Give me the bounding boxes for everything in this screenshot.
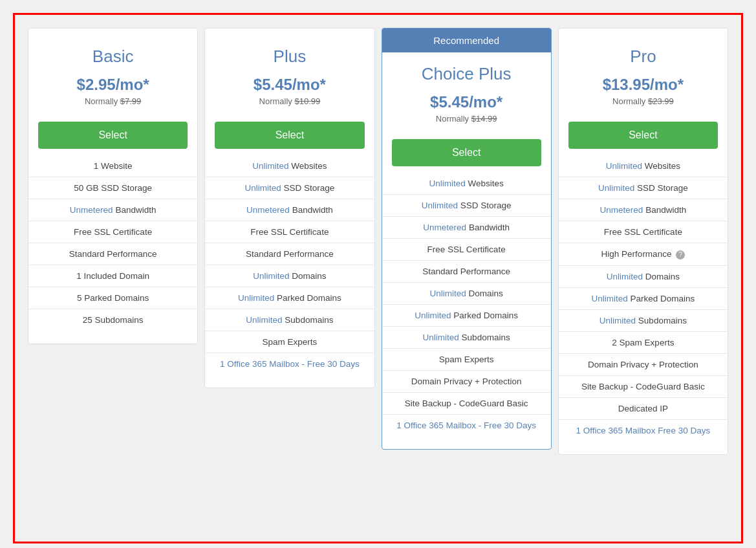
feature-item: Site Backup - CodeGuard Basic <box>559 376 728 398</box>
pricing-page: Basic $2.95/mo* Normally $7.99 Select1 W… <box>13 13 743 543</box>
plan-name-basic: Basic <box>38 47 188 67</box>
feature-item: Unlimited Domains <box>559 266 728 288</box>
recommended-badge: Recommended <box>382 28 551 52</box>
feature-item: Unlimited SSD Storage <box>382 195 551 217</box>
feature-item: Unlimited SSD Storage <box>559 177 728 199</box>
plan-price-choice-plus: $5.45/mo* <box>392 93 541 111</box>
feature-item: 1 Included Domain <box>28 265 197 287</box>
select-button-plus[interactable]: Select <box>215 122 364 149</box>
feature-item: 5 Parked Domains <box>28 287 197 309</box>
plan-price-basic: $2.95/mo* <box>38 76 188 94</box>
plan-header-basic: Basic $2.95/mo* Normally $7.99 <box>28 28 197 122</box>
feature-item: 1 Office 365 Mailbox Free 30 Days <box>559 420 728 441</box>
plan-card-choice-plus: Recommended Choice Plus $5.45/mo* Normal… <box>382 28 552 450</box>
plans-container: Basic $2.95/mo* Normally $7.99 Select1 W… <box>28 28 728 455</box>
feature-item: Site Backup - CodeGuard Basic <box>382 393 551 415</box>
feature-item: 1 Office 365 Mailbox - Free 30 Days <box>382 415 551 436</box>
feature-item: 2 Spam Experts <box>559 332 728 354</box>
feature-item: Unlimited Websites <box>205 155 374 177</box>
plan-header-choice-plus: Choice Plus $5.45/mo* Normally $14.99 <box>382 52 551 139</box>
feature-item: Spam Experts <box>205 331 374 353</box>
plan-header-plus: Plus $5.45/mo* Normally $10.99 <box>205 28 374 122</box>
plan-price-plus: $5.45/mo* <box>215 76 364 94</box>
feature-item: 1 Website <box>28 155 197 177</box>
feature-item: Unlimited Subdomains <box>205 309 374 331</box>
feature-item: Unmetered Bandwidth <box>205 199 374 221</box>
features-list-basic: 1 Website50 GB SSD StorageUnmetered Band… <box>28 155 197 331</box>
features-list-plus: Unlimited WebsitesUnlimited SSD StorageU… <box>205 155 374 375</box>
features-list-choice-plus: Unlimited WebsitesUnlimited SSD StorageU… <box>382 173 551 436</box>
plan-name-plus: Plus <box>215 47 364 67</box>
feature-item: Unmetered Bandwidth <box>559 199 728 221</box>
plan-price-pro: $13.95/mo* <box>568 76 718 94</box>
plan-header-pro: Pro $13.95/mo* Normally $23.99 <box>559 28 728 122</box>
plan-normal-price-choice-plus: Normally $14.99 <box>392 114 541 124</box>
plan-name-choice-plus: Choice Plus <box>392 64 541 84</box>
plan-normal-price-basic: Normally $7.99 <box>38 96 188 106</box>
feature-item: Standard Performance <box>28 243 197 265</box>
feature-item: Free SSL Certificate <box>559 221 728 243</box>
feature-item: Unlimited Websites <box>559 155 728 177</box>
feature-item: Standard Performance <box>382 261 551 283</box>
feature-item: Free SSL Certificate <box>382 239 551 261</box>
plan-name-pro: Pro <box>568 47 718 67</box>
info-icon[interactable]: ? <box>676 250 685 259</box>
feature-item: Unlimited Subdomains <box>382 327 551 349</box>
feature-item: High Performance ? <box>559 243 728 266</box>
select-button-pro[interactable]: Select <box>568 122 718 149</box>
feature-item: Unmetered Bandwidth <box>382 217 551 239</box>
feature-item: Unlimited Parked Domains <box>382 305 551 327</box>
plan-normal-price-pro: Normally $23.99 <box>568 96 718 106</box>
select-button-choice-plus[interactable]: Select <box>392 139 541 166</box>
plan-card-basic: Basic $2.95/mo* Normally $7.99 Select1 W… <box>28 28 198 344</box>
feature-item: Unlimited Parked Domains <box>205 287 374 309</box>
feature-item: Standard Performance <box>205 243 374 265</box>
feature-item: Unmetered Bandwidth <box>28 199 197 221</box>
plan-card-pro: Pro $13.95/mo* Normally $23.99 SelectUnl… <box>558 28 728 455</box>
feature-item: Unlimited Domains <box>205 265 374 287</box>
feature-item: Free SSL Certificate <box>205 221 374 243</box>
features-list-pro: Unlimited WebsitesUnlimited SSD StorageU… <box>559 155 728 441</box>
plan-card-plus: Plus $5.45/mo* Normally $10.99 SelectUnl… <box>204 28 374 388</box>
feature-item: Dedicated IP <box>559 398 728 420</box>
feature-item: Unlimited Subdomains <box>559 310 728 332</box>
feature-item: Unlimited Websites <box>382 173 551 195</box>
feature-item: Unlimited Parked Domains <box>559 288 728 310</box>
feature-item: Free SSL Certificate <box>28 221 197 243</box>
feature-item: Unlimited Domains <box>382 283 551 305</box>
feature-item: 50 GB SSD Storage <box>28 177 197 199</box>
feature-item: Domain Privacy + Protection <box>559 354 728 376</box>
feature-item: Domain Privacy + Protection <box>382 371 551 393</box>
feature-item: Spam Experts <box>382 349 551 371</box>
feature-item: Unlimited SSD Storage <box>205 177 374 199</box>
feature-item: 25 Subdomains <box>28 309 197 331</box>
plan-normal-price-plus: Normally $10.99 <box>215 96 364 106</box>
select-button-basic[interactable]: Select <box>38 122 188 149</box>
feature-item: 1 Office 365 Mailbox - Free 30 Days <box>205 353 374 375</box>
